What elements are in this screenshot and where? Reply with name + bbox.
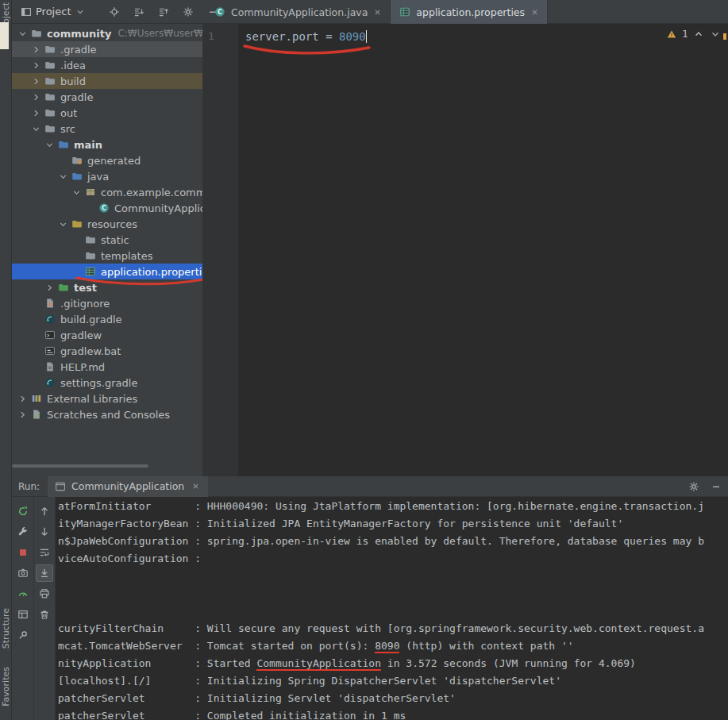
code-line[interactable]: server.port = 8090 bbox=[245, 30, 367, 43]
chevron-down-icon[interactable] bbox=[56, 218, 69, 230]
tree-chevron bbox=[86, 202, 98, 214]
tree-chevron[interactable] bbox=[59, 171, 71, 183]
tree-item-build-gradle[interactable]: build.gradle bbox=[12, 311, 202, 327]
gradle-icon bbox=[44, 313, 56, 325]
stop-button[interactable] bbox=[14, 544, 32, 561]
chevron-right-icon[interactable] bbox=[16, 408, 29, 421]
tree-chevron[interactable] bbox=[45, 139, 57, 151]
tree-item-java[interactable]: java bbox=[12, 168, 202, 184]
tree-chevron[interactable] bbox=[18, 28, 30, 40]
tree-item-settings-gradle[interactable]: settings.gradle bbox=[12, 375, 202, 391]
wrench-button[interactable] bbox=[14, 523, 32, 541]
chevron-right-icon[interactable] bbox=[29, 90, 42, 103]
tree-item-gitignore[interactable]: .gitignore bbox=[12, 295, 202, 311]
collapse-all-button[interactable] bbox=[155, 3, 172, 21]
settings-button[interactable] bbox=[179, 3, 197, 21]
tree-item-communityapplicat[interactable]: CCommunityApplicat bbox=[12, 200, 202, 216]
restore-layout-button[interactable] bbox=[14, 606, 32, 623]
chevron-right-icon[interactable] bbox=[29, 75, 42, 87]
dump-threads-button[interactable] bbox=[14, 564, 32, 582]
tree-item-main[interactable]: main bbox=[12, 137, 202, 152]
scroll-end-button[interactable] bbox=[36, 564, 53, 582]
tree-item-help-md[interactable]: HELP.md bbox=[12, 359, 202, 375]
next-warning-icon[interactable] bbox=[709, 28, 722, 40]
settings-button[interactable] bbox=[685, 478, 703, 495]
tree-item-label: gradle bbox=[60, 91, 93, 103]
tree-item-community[interactable]: communityC:₩Users₩user₩ideaPro bbox=[12, 25, 202, 41]
tree-chevron[interactable] bbox=[32, 60, 44, 71]
run-tab-communityapplication[interactable]: CommunityApplication bbox=[48, 476, 208, 497]
softwrap-button[interactable] bbox=[36, 544, 53, 561]
tree-item-application-properties[interactable]: application.properties bbox=[12, 264, 202, 279]
hide-button[interactable] bbox=[707, 478, 725, 495]
tree-item-external-libraries[interactable]: External Libraries bbox=[12, 391, 202, 406]
tree-chevron[interactable] bbox=[45, 282, 57, 294]
tree-item-src[interactable]: src bbox=[12, 121, 202, 137]
down-arrow-button[interactable] bbox=[36, 523, 53, 541]
tree-item-templates[interactable]: templates bbox=[12, 248, 202, 264]
editor-tab-communityapplication-java[interactable]: CCommunityApplication.java bbox=[206, 0, 391, 24]
tree-chevron[interactable] bbox=[32, 75, 44, 87]
tree-item-generated[interactable]: generated bbox=[12, 152, 202, 168]
tree-chevron[interactable] bbox=[32, 107, 44, 119]
tree-item-gradlew-bat[interactable]: gradlew.bat bbox=[12, 343, 202, 359]
tree-item-build[interactable]: build bbox=[12, 73, 202, 89]
folder-icon bbox=[84, 249, 97, 262]
tree-chevron[interactable] bbox=[32, 123, 44, 135]
tree-item-scratches-and-consoles[interactable]: Scratches and Consoles bbox=[12, 406, 202, 422]
chevron-right-icon[interactable] bbox=[29, 106, 42, 119]
clear-button[interactable] bbox=[36, 606, 53, 623]
print-button[interactable] bbox=[36, 585, 53, 603]
collapse-all-icon bbox=[157, 6, 170, 18]
console-output[interactable]: atFormInitiator : HHH000490: Using JtaPl… bbox=[56, 497, 728, 720]
tree-item-gradle[interactable]: gradle bbox=[12, 89, 202, 105]
error-stripe-mark[interactable] bbox=[723, 33, 726, 40]
close-icon[interactable] bbox=[372, 7, 382, 17]
tree-chevron[interactable] bbox=[32, 91, 44, 103]
tree-chevron bbox=[32, 345, 44, 357]
scroll-from-source-button[interactable] bbox=[130, 3, 148, 21]
pin-button[interactable] bbox=[14, 626, 32, 644]
inspections-widget[interactable]: 1 bbox=[665, 28, 722, 40]
tree-item-com-example-commun[interactable]: com.example.commun bbox=[12, 184, 202, 200]
chevron-right-icon[interactable] bbox=[29, 43, 42, 56]
tree-chevron[interactable] bbox=[18, 409, 30, 421]
console-logger: ityManagerFactoryBean : bbox=[58, 518, 207, 529]
close-icon[interactable] bbox=[530, 7, 539, 17]
console-line: n$JpaWebConfiguration : spring.jpa.open-… bbox=[58, 533, 728, 550]
class-icon: C bbox=[214, 6, 226, 18]
rerun-button[interactable] bbox=[14, 502, 32, 520]
chevron-down-icon[interactable] bbox=[16, 27, 29, 40]
chevron-right-icon[interactable] bbox=[16, 392, 29, 405]
structure-stripe-button[interactable]: Structure bbox=[1, 608, 11, 649]
tree-chevron[interactable] bbox=[18, 393, 30, 405]
tree-item-resources[interactable]: resources bbox=[12, 216, 202, 232]
close-icon[interactable] bbox=[189, 480, 202, 493]
profiler-button[interactable] bbox=[14, 585, 32, 603]
chevron-right-icon[interactable] bbox=[43, 281, 56, 294]
editor-tab-application-properties[interactable]: application.properties bbox=[391, 0, 548, 24]
tree-chevron[interactable] bbox=[32, 44, 44, 56]
chevron-right-icon[interactable] bbox=[29, 59, 42, 71]
chevron-down-icon[interactable] bbox=[43, 138, 56, 151]
prev-warning-icon[interactable] bbox=[692, 28, 705, 40]
settings-icon bbox=[182, 6, 195, 18]
locate-button[interactable] bbox=[106, 3, 123, 21]
chevron-down-icon[interactable] bbox=[29, 122, 42, 135]
tree-item-out[interactable]: out bbox=[12, 105, 202, 121]
tree-horizontal-scrollbar[interactable] bbox=[12, 464, 148, 468]
tree-item-static[interactable]: static bbox=[12, 232, 202, 248]
tree-item-test[interactable]: test bbox=[12, 279, 202, 295]
favorites-stripe-button[interactable]: Favorites bbox=[1, 667, 11, 707]
tree-chevron[interactable] bbox=[59, 218, 71, 230]
tree-item-gradle[interactable]: .gradle bbox=[12, 41, 202, 57]
chevron-down-icon[interactable] bbox=[70, 186, 83, 198]
tree-item-gradlew[interactable]: gradlew bbox=[12, 327, 202, 343]
up-arrow-button[interactable] bbox=[36, 502, 53, 520]
main-toolbar: Project CCommunityApplication.javaapplic… bbox=[12, 0, 728, 24]
tree-item-idea[interactable]: .idea bbox=[12, 57, 202, 73]
chevron-down-icon[interactable] bbox=[56, 170, 69, 183]
tree-chevron[interactable] bbox=[72, 187, 84, 198]
project-view-dropdown[interactable]: Project bbox=[15, 2, 91, 21]
editor[interactable]: 1 server.port = 8090 1 bbox=[202, 24, 728, 476]
